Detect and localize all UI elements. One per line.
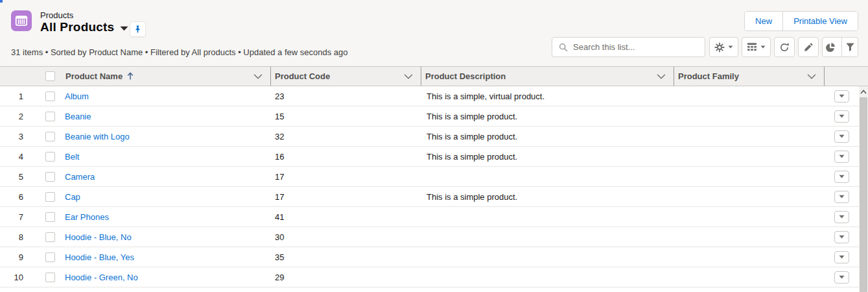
row-checkbox[interactable] — [45, 172, 55, 182]
filters-button[interactable] — [841, 38, 858, 56]
pin-list-view-button[interactable] — [130, 21, 146, 37]
row-checkbox-cell — [32, 127, 62, 146]
product-family-cell — [674, 247, 825, 267]
refresh-button[interactable] — [774, 37, 795, 57]
product-name-link[interactable]: Camera — [65, 172, 95, 182]
row-number: 9 — [0, 247, 32, 267]
list-status-summary: 31 items • Sorted by Product Name • Filt… — [11, 47, 347, 57]
scrollbar-thumb[interactable] — [860, 97, 867, 292]
entity-label: Products — [40, 10, 73, 20]
product-name-cell: Camera — [62, 167, 271, 186]
view-selector-caret-icon[interactable] — [120, 26, 128, 31]
row-actions-button[interactable] — [834, 271, 849, 284]
chevron-down-icon — [760, 45, 766, 49]
list-view-title[interactable]: All Products — [40, 20, 114, 34]
product-name-link[interactable]: Album — [65, 91, 89, 101]
column-header-product-description[interactable]: Product Description — [421, 67, 674, 86]
product-family-cell — [674, 267, 825, 287]
row-actions-button[interactable] — [834, 251, 849, 263]
product-description-cell — [421, 207, 674, 226]
product-code-cell: 15 — [271, 106, 421, 126]
product-description-cell: This is a simple product. — [421, 127, 674, 146]
caret-down-icon — [839, 134, 845, 138]
inline-edit-button[interactable] — [798, 37, 819, 57]
product-name-link[interactable]: Hoodie - Blue, No — [65, 232, 132, 242]
caret-down-icon — [839, 154, 845, 158]
pencil-icon — [804, 42, 814, 52]
row-checkbox[interactable] — [45, 91, 55, 101]
products-list-view-app: Products All Products New Printable View… — [0, 0, 868, 292]
search-input[interactable] — [573, 42, 698, 52]
table-row: 1 Album 23 This is a simple, virtual pro… — [0, 86, 859, 106]
product-name-cell: Beanie with Logo — [62, 127, 271, 146]
select-all-checkbox[interactable] — [45, 71, 55, 81]
row-actions-button[interactable] — [834, 211, 849, 223]
product-name-link[interactable]: Hoodie - Blue, Yes — [65, 252, 134, 262]
row-checkbox[interactable] — [45, 232, 55, 242]
row-checkbox[interactable] — [45, 192, 55, 202]
product-name-link[interactable]: Cap — [65, 192, 80, 202]
vertical-scrollbar[interactable] — [859, 86, 868, 292]
page-header: Products All Products New Printable View… — [0, 0, 868, 66]
row-checkbox[interactable] — [45, 273, 55, 282]
column-menu-chevron-icon[interactable] — [807, 74, 816, 79]
row-checkbox-cell — [32, 267, 62, 287]
product-name-cell: Ear Phones — [62, 207, 271, 226]
row-actions-cell — [825, 167, 859, 186]
row-checkbox-cell — [32, 147, 62, 166]
row-checkbox[interactable] — [45, 132, 55, 141]
column-menu-chevron-icon[interactable] — [253, 74, 263, 79]
product-name-link[interactable]: Beanie with Logo — [65, 132, 130, 141]
row-actions-button[interactable] — [834, 151, 849, 163]
row-checkbox[interactable] — [45, 252, 55, 262]
product-name-cell: Beanie — [62, 106, 271, 126]
product-name-link[interactable]: Belt — [65, 152, 79, 162]
row-actions-cell — [825, 207, 859, 226]
table-row: 9 Hoodie - Blue, Yes 35 — [0, 247, 859, 267]
row-actions-button[interactable] — [834, 191, 849, 203]
row-checkbox[interactable] — [45, 212, 55, 222]
row-actions-button[interactable] — [834, 171, 849, 183]
printable-view-button[interactable]: Printable View — [782, 12, 858, 30]
row-actions-cell — [825, 147, 859, 166]
product-description-cell — [421, 167, 674, 186]
row-actions-button[interactable] — [834, 130, 849, 143]
product-family-cell — [674, 187, 825, 206]
column-label: Product Family — [678, 71, 739, 81]
column-header-product-code[interactable]: Product Code — [271, 67, 421, 86]
row-checkbox-cell — [32, 207, 62, 226]
new-button[interactable]: New — [745, 12, 782, 30]
header-action-buttons: New Printable View — [744, 11, 858, 31]
product-name-link[interactable]: Hoodie - Green, No — [65, 273, 138, 282]
product-name-link[interactable]: Beanie — [65, 112, 91, 121]
row-checkbox-cell — [32, 86, 62, 106]
column-menu-chevron-icon[interactable] — [657, 74, 666, 79]
row-checkbox-cell — [32, 247, 62, 267]
list-view-controls-button[interactable] — [709, 37, 738, 57]
row-checkbox[interactable] — [45, 152, 55, 162]
column-header-product-name[interactable]: Product Name — [62, 67, 271, 86]
product-name-cell: Belt — [62, 147, 271, 166]
display-as-button[interactable] — [742, 37, 771, 57]
column-header-product-family[interactable]: Product Family — [674, 67, 825, 86]
charts-button[interactable] — [823, 38, 838, 56]
row-actions-button[interactable] — [834, 90, 849, 103]
products-object-icon — [11, 10, 32, 31]
product-name-link[interactable]: Ear Phones — [65, 212, 109, 222]
column-label: Product Name — [65, 71, 123, 81]
column-menu-chevron-icon[interactable] — [404, 74, 413, 79]
row-number: 6 — [0, 187, 32, 206]
row-checkbox[interactable] — [45, 112, 55, 121]
row-actions-button[interactable] — [834, 110, 849, 123]
row-actions-cell — [825, 267, 859, 287]
scrollbar-up-button[interactable] — [859, 86, 868, 97]
product-name-cell: Hoodie - Green, No — [62, 267, 271, 287]
row-actions-button[interactable] — [834, 231, 849, 243]
gear-icon — [714, 42, 725, 53]
table-header-row: Product Name Product Code Product Descri… — [0, 66, 868, 86]
row-actions-cell — [825, 247, 859, 267]
row-number: 10 — [0, 267, 32, 287]
row-checkbox-cell — [32, 106, 62, 126]
caret-down-icon — [839, 235, 845, 239]
funnel-icon — [845, 42, 855, 52]
